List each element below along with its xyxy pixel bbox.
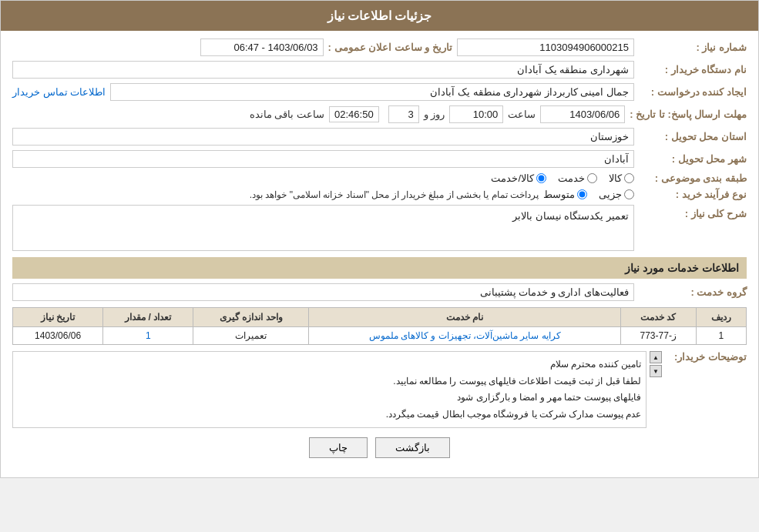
scroll-buttons: ▲ ▼ <box>650 351 662 428</box>
radio-motavaset: متوسط <box>543 189 587 200</box>
btn-bazgasht[interactable]: بازگشت <box>375 437 450 458</box>
cell-tedad: 1 <box>103 327 193 345</box>
tozihat-content-wrapper: ▲ ▼ تامین کننده محترم سلاملطفا قبل از ثب… <box>12 351 662 428</box>
row-namDastgah: نام دستگاه خریدار : شهرداری منطقه یک آبا… <box>12 61 747 79</box>
sharh-label: شرح کلی نیاز : <box>639 208 747 219</box>
cell-kod: ز-77-773 <box>620 327 696 345</box>
main-content: شماره نیاز : 1103094906000215 تاریخ و سا… <box>1 31 758 477</box>
noeFarayand-label: نوع فرآیند خرید : <box>639 189 747 200</box>
radio-jozei: جزیی <box>599 189 634 200</box>
table-body: 1 ز-77-773 کرایه سایر ماشین‌آلات، تجهیزا… <box>13 327 747 345</box>
bottom-buttons: بازگشت چاپ <box>12 428 747 470</box>
col-kod: کد خدمت <box>620 308 696 327</box>
col-name: نام خدمت <box>309 308 620 327</box>
saat-value: 10:00 <box>449 105 503 123</box>
table-header-row: ردیف کد خدمت نام خدمت واحد اندازه گیری ت… <box>13 308 747 327</box>
row-sharh: شرح کلی نیاز : تعمیر یکدستگاه نیسان بالا… <box>12 205 747 251</box>
page-header: جزئیات اطلاعات نیاز <box>1 1 758 31</box>
tozihat-area: توضیحات خریدار: ▲ ▼ تامین کننده محترم سل… <box>12 351 747 428</box>
col-vahed: واحد اندازه گیری <box>193 308 309 327</box>
cell-vahed: تعمیرات <box>193 327 309 345</box>
radio-jozei-label: جزیی <box>599 189 622 200</box>
ostan-label: استان محل تحویل : <box>639 131 747 142</box>
tabaghe-label: طبقه بندی موضوعی : <box>639 172 747 184</box>
col-tarikh: تاریخ نیاز <box>13 308 103 327</box>
saat-label: ساعت <box>508 109 536 120</box>
row-noeFarayand: نوع فرآیند خرید : جزیی متوسط پرداخت تمام… <box>12 189 747 200</box>
noeFarayand-desc: پرداخت تمام یا بخشی از مبلغ خریدار از مح… <box>250 189 539 200</box>
tarikh-elaan-value: 1403/06/03 - 06:47 <box>200 38 324 56</box>
shomareNiaz-value: 1103094906000215 <box>457 38 634 56</box>
radio-kala-input[interactable] <box>624 173 634 183</box>
page-title: جزئیات اطلاعات نیاز <box>327 9 432 22</box>
khadamat-table: ردیف کد خدمت نام خدمت واحد اندازه گیری ت… <box>12 307 747 345</box>
scroll-down-btn[interactable]: ▼ <box>650 365 662 377</box>
khadamat-table-wrapper: ردیف کد خدمت نام خدمت واحد اندازه گیری ت… <box>12 307 747 345</box>
row-tabaghe: طبقه بندی موضوعی : کالا خدمت کالا/خدمت <box>12 172 747 184</box>
col-radif: ردیف <box>696 308 746 327</box>
row-ostan: استان محل تحویل : خوزستان <box>12 128 747 146</box>
col-tedad: تعداد / مقدار <box>103 308 193 327</box>
timer-value: 02:46:50 <box>329 106 379 122</box>
radio-kala: کالا <box>609 172 634 184</box>
radio-kala-khedmat: کالا/خدمت <box>491 172 546 184</box>
cell-tarikh: 1403/06/06 <box>13 327 103 345</box>
ijaadKonande-label: ایجاد کننده درخواست : <box>639 86 747 98</box>
table-row: 1 ز-77-773 کرایه سایر ماشین‌آلات، تجهیزا… <box>13 327 747 345</box>
farayand-radio-group: جزیی متوسط <box>543 189 634 200</box>
radio-jozei-input[interactable] <box>624 189 634 199</box>
mohlat-label: مهلت ارسال پاسخ: تا تاریخ : <box>630 109 747 120</box>
ettelaat-link[interactable]: اطلاعات تماس خریدار <box>12 86 106 98</box>
shahr-label: شهر محل تحویل : <box>639 153 747 165</box>
row-groheKhedmat: گروه خدمت : فعالیت‌های اداری و خدمات پشت… <box>12 283 747 301</box>
roz-label: روز و <box>424 109 445 120</box>
row-mohlat: مهلت ارسال پاسخ: تا تاریخ : 1403/06/06 س… <box>12 105 747 123</box>
row-ijaadKonande: ایجاد کننده درخواست : جمال امینی کاربردا… <box>12 83 747 101</box>
tozihat-content: تامین کننده محترم سلاملطفا قبل از ثبت قی… <box>12 351 646 428</box>
namDastgah-value: شهرداری منطقه یک آبادان <box>12 61 634 79</box>
groheKhedmat-value: فعالیت‌های اداری و خدمات پشتیبانی <box>12 283 634 301</box>
radio-kala-khedmat-label: کالا/خدمت <box>491 172 534 184</box>
cell-radif: 1 <box>696 327 746 345</box>
tozihat-label: توضیحات خریدار: <box>670 351 747 428</box>
row-shahr: شهر محل تحویل : آبادان <box>12 150 747 168</box>
section-khadamat-header: اطلاعات خدمات مورد نیاز <box>12 257 747 279</box>
radio-khedmat-input[interactable] <box>587 173 597 183</box>
radio-khedmat-label: خدمت <box>558 172 585 184</box>
shahr-value: آبادان <box>12 150 634 168</box>
radio-motavaset-label: متوسط <box>543 189 575 200</box>
radio-motavaset-input[interactable] <box>577 189 587 199</box>
sharh-value: تعمیر یکدستگاه نیسان بالابر <box>12 205 634 251</box>
tabaghe-radio-group: کالا خدمت کالا/خدمت <box>491 172 634 184</box>
btn-chap[interactable]: چاپ <box>309 437 368 458</box>
ijaadKonande-value: جمال امینی کاربرداز شهرداری منطقه یک آبا… <box>110 83 634 101</box>
scroll-up-btn[interactable]: ▲ <box>650 351 662 363</box>
radio-khedmat: خدمت <box>558 172 597 184</box>
radio-kala-label: کالا <box>609 172 622 184</box>
cell-name: کرایه سایر ماشین‌آلات، تجهیزات و کالاهای… <box>309 327 620 345</box>
namDastgah-label: نام دستگاه خریدار : <box>639 64 747 75</box>
roz-value: 3 <box>388 105 419 123</box>
radio-kala-khedmat-input[interactable] <box>536 173 546 183</box>
shomareNiaz-label: شماره نیاز : <box>639 42 747 53</box>
tarikh-elaan-label: تاریخ و ساعت اعلان عمومی : <box>328 42 452 53</box>
date-value: 1403/06/06 <box>540 105 625 123</box>
row-shomareNiaz: شماره نیاز : 1103094906000215 تاریخ و سا… <box>12 38 747 56</box>
page-wrapper: جزئیات اطلاعات نیاز شماره نیاز : 1103094… <box>0 0 759 478</box>
groheKhedmat-label: گروه خدمت : <box>639 286 747 298</box>
ostan-value: خوزستان <box>12 128 634 146</box>
baghimande-label: ساعت باقی مانده <box>250 109 324 120</box>
